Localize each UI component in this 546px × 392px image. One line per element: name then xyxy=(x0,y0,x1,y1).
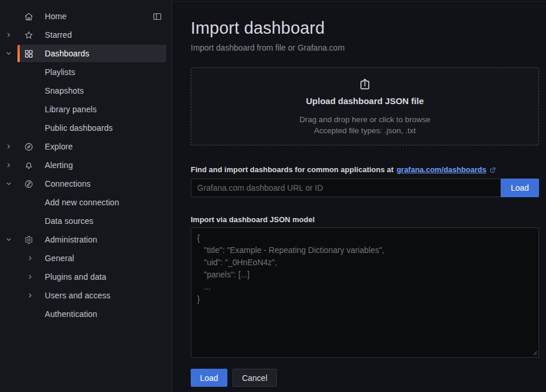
sidebar-item-connections[interactable]: Connections xyxy=(17,175,166,193)
upload-drag-text: Drag and drop here or click to browse xyxy=(299,114,430,125)
chevron-right-icon[interactable] xyxy=(0,26,17,44)
sidebar-item-label: Add new connection xyxy=(45,198,119,207)
sidebar-item-label: Playlists xyxy=(45,67,75,77)
page-subtitle: Import dashboard from file or Grafana.co… xyxy=(191,42,539,54)
sidebar-item-public-dashboards[interactable]: Public dashboards xyxy=(17,119,166,137)
sidebar-item-label: Data sources xyxy=(45,216,94,226)
sidebar-row: Data sources xyxy=(0,212,172,230)
star-icon xyxy=(17,30,45,40)
gcom-load-button[interactable]: Load xyxy=(501,179,539,197)
form-actions: Load Cancel xyxy=(191,369,539,387)
chevron-down-icon[interactable] xyxy=(0,45,17,62)
chevron-spacer xyxy=(0,8,17,25)
sidebar-item-add-new-connection[interactable]: Add new connection xyxy=(17,194,166,211)
sidebar-row: Connections xyxy=(0,174,172,193)
sidebar-item-label: Starred xyxy=(45,30,72,40)
gcom-dashboards-link[interactable]: grafana.com/dashboards xyxy=(397,165,487,174)
sidebar-item-label: Administration xyxy=(45,235,97,244)
sidebar-item-home[interactable]: Home xyxy=(17,8,166,25)
sidebar-item-library-panels[interactable]: Library panels xyxy=(17,101,166,118)
sidebar-item-label: General xyxy=(45,254,74,263)
chevron-right-icon[interactable] xyxy=(17,273,45,280)
chevron-spacer xyxy=(0,82,17,99)
sidebar-item-label: Public dashboards xyxy=(45,123,113,133)
chevron-down-icon[interactable] xyxy=(0,175,17,193)
sidebar-item-starred[interactable]: Starred xyxy=(17,26,166,44)
cancel-button[interactable]: Cancel xyxy=(233,369,277,387)
panel-left-icon[interactable] xyxy=(152,12,162,22)
json-model-textarea[interactable] xyxy=(191,227,539,358)
sidebar-row: Explore xyxy=(0,137,172,156)
upload-accepted-text: Accepted file types: .json, .txt xyxy=(314,125,416,136)
sidebar-item-label: Explore xyxy=(45,142,73,151)
sidebar-row: Dashboards xyxy=(0,44,172,63)
upload-icon xyxy=(358,77,372,91)
sidebar-row: Library panels xyxy=(0,100,172,119)
chevron-spacer xyxy=(0,287,17,304)
bell-icon xyxy=(17,161,45,170)
sidebar-row: Public dashboards xyxy=(0,119,172,137)
page-title: Import dashboard xyxy=(191,17,539,38)
sidebar-nav: HomeStarredDashboardsPlaylistsSnapshotsL… xyxy=(0,0,172,323)
sidebar-item-playlists[interactable]: Playlists xyxy=(17,63,166,81)
upload-dropzone[interactable]: Upload dashboard JSON file Drag and drop… xyxy=(191,67,539,145)
sidebar-item-label: Plugins and data xyxy=(45,272,106,281)
chevron-spacer xyxy=(0,101,17,118)
gcom-label: Find and import dashboards for common ap… xyxy=(191,165,539,174)
sidebar: HomeStarredDashboardsPlaylistsSnapshotsL… xyxy=(0,0,172,392)
sidebar-row: Authentication xyxy=(0,305,172,323)
chevron-spacer xyxy=(0,250,17,267)
sidebar-row: Starred xyxy=(0,26,172,44)
load-button[interactable]: Load xyxy=(191,369,227,387)
sidebar-item-users-and-access[interactable]: Users and access xyxy=(17,287,166,304)
sidebar-item-label: Snapshots xyxy=(45,86,84,95)
sidebar-row: Users and access xyxy=(0,286,172,305)
chevron-spacer xyxy=(0,63,17,81)
sidebar-row: General xyxy=(0,249,172,268)
sidebar-row: Playlists xyxy=(0,63,172,81)
compass-icon xyxy=(17,142,45,152)
main-content: Import dashboard Import dashboard from f… xyxy=(172,0,546,392)
gcom-url-input[interactable] xyxy=(191,179,501,197)
gear-icon xyxy=(17,235,45,245)
external-link-icon[interactable] xyxy=(489,166,497,174)
link-circle-icon xyxy=(17,179,45,189)
sidebar-item-label: Connections xyxy=(45,179,91,188)
sidebar-row: Add new connection xyxy=(0,193,172,212)
chevron-right-icon[interactable] xyxy=(0,138,17,155)
gcom-input-group: Load xyxy=(191,179,539,197)
sidebar-row: Alerting xyxy=(0,156,172,174)
sidebar-item-plugins-and-data[interactable]: Plugins and data xyxy=(17,268,166,286)
sidebar-item-alerting[interactable]: Alerting xyxy=(17,156,166,174)
sidebar-row: Administration xyxy=(0,230,172,249)
chevron-right-icon[interactable] xyxy=(0,156,17,174)
sidebar-item-label: Authentication xyxy=(45,309,97,319)
chevron-spacer xyxy=(0,268,17,286)
chevron-spacer xyxy=(0,305,17,323)
sidebar-item-general[interactable]: General xyxy=(17,250,166,267)
sidebar-row: Plugins and data xyxy=(0,268,172,286)
chevron-down-icon[interactable] xyxy=(0,231,17,248)
sidebar-item-authentication[interactable]: Authentication xyxy=(17,305,166,323)
gcom-label-text: Find and import dashboards for common ap… xyxy=(191,165,394,174)
chevron-right-icon[interactable] xyxy=(17,255,45,262)
sidebar-row: Home xyxy=(0,7,172,26)
sidebar-item-dashboards[interactable]: Dashboards xyxy=(17,45,166,62)
sidebar-item-label: Dashboards xyxy=(45,49,90,58)
sidebar-item-label: Alerting xyxy=(45,161,73,170)
home-icon xyxy=(17,12,45,22)
sidebar-item-explore[interactable]: Explore xyxy=(17,138,166,155)
sidebar-item-data-sources[interactable]: Data sources xyxy=(17,212,166,230)
sidebar-row: Snapshots xyxy=(0,81,172,100)
json-model-label: Import via dashboard JSON model xyxy=(191,216,539,224)
upload-title: Upload dashboard JSON file xyxy=(306,96,424,106)
chevron-right-icon[interactable] xyxy=(17,292,45,299)
chevron-spacer xyxy=(0,194,17,211)
sidebar-item-administration[interactable]: Administration xyxy=(17,231,166,248)
json-model-textarea-wrap xyxy=(191,227,539,358)
sidebar-item-label: Users and access xyxy=(45,291,110,300)
apps-icon xyxy=(17,49,45,59)
top-divider xyxy=(172,1,546,2)
sidebar-item-snapshots[interactable]: Snapshots xyxy=(17,82,166,99)
chevron-spacer xyxy=(0,212,17,230)
